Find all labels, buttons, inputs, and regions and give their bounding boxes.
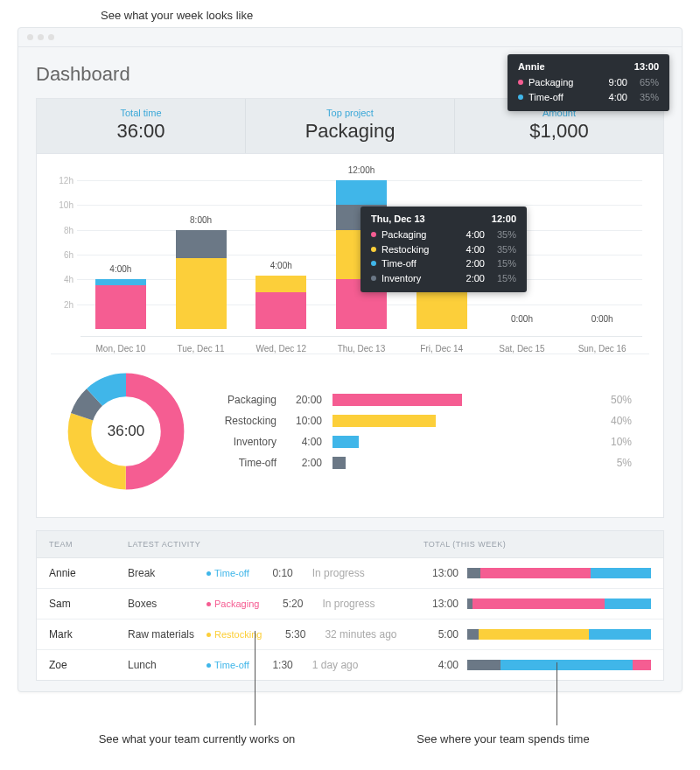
tooltip-series-value: 2:00 <box>453 271 485 286</box>
team-row[interactable]: Annie Break Time-off 0:10 In progress 13… <box>37 558 663 589</box>
bar-value-label: 4:00h <box>270 261 292 270</box>
weekly-bar-chart[interactable]: 2h4h6h8h10h12h4:00h8:00h4:00h12:00h0:00h… <box>51 170 649 354</box>
team-row[interactable]: Sam Boxes Packaging 5:20 In progress 13:… <box>37 589 663 620</box>
breakdown-bar <box>332 394 462 406</box>
bar-segment <box>176 258 227 329</box>
team-total-time: 13:00 <box>424 598 458 610</box>
tooltip-row: Packaging 4:00 35% <box>371 228 516 242</box>
bar-segment <box>336 180 387 205</box>
bar-column[interactable]: 4:00h <box>241 180 321 329</box>
team-table-header: Team Latest activity Total (this week) <box>37 531 663 558</box>
x-axis-label: Sun, Dec 16 <box>562 336 642 354</box>
breakdown-row[interactable]: Time-off 2:00 5% <box>206 457 632 469</box>
bar-column[interactable]: 8:00h <box>161 180 242 329</box>
team-activity-status: In progress <box>322 598 374 610</box>
breakdown-list: Packaging 20:00 50% Restocking 10:00 40%… <box>206 394 635 469</box>
tooltip-series-value: 9:00 <box>596 75 627 90</box>
team-project-name: Time-off <box>214 568 249 578</box>
team-bar-segment <box>500 660 633 670</box>
y-tick: 8h <box>51 225 74 234</box>
th-team: Team <box>49 540 128 549</box>
team-total-bar[interactable] <box>467 568 651 578</box>
breakdown-bar-track <box>332 394 592 406</box>
breakdown-bar-track <box>332 436 592 448</box>
team-project-tag[interactable]: Packaging <box>206 598 259 609</box>
weekly-chart-card: 2h4h6h8h10h12h4:00h8:00h4:00h12:00h0:00h… <box>36 153 664 518</box>
tooltip-series-value: 4:00 <box>453 228 485 242</box>
tooltip-title: Thu, Dec 13 <box>371 214 425 224</box>
annotation-bottom-right: See where your team spends time <box>350 732 656 746</box>
app-window: Dashboard This week ‹ › Total time 36:00 <box>18 27 682 692</box>
breakdown-section: 36:00 Packaging 20:00 50% Restocking 10:… <box>51 354 649 508</box>
breakdown-name: Packaging <box>206 394 276 406</box>
team-task: Lunch <box>128 659 200 671</box>
team-bar-segment <box>591 568 651 578</box>
donut-center-value: 36:00 <box>65 370 187 493</box>
legend-dot-icon <box>518 80 523 85</box>
tooltip-series-name: Time-off <box>528 90 591 105</box>
tooltip-series-pct: 35% <box>633 90 659 105</box>
breakdown-name: Time-off <box>206 457 276 469</box>
bar-value-label: 0:00h <box>592 314 613 324</box>
tooltip-series-pct: 65% <box>633 75 659 90</box>
breakdown-name: Inventory <box>206 436 276 448</box>
legend-dot-icon <box>518 94 523 100</box>
x-axis-label: Thu, Dec 13 <box>321 336 402 354</box>
breakdown-row[interactable]: Restocking 10:00 40% <box>206 415 632 427</box>
th-activity: Latest activity <box>128 540 424 549</box>
team-card: Team Latest activity Total (this week) A… <box>36 530 664 681</box>
team-task: Boxes <box>128 598 200 610</box>
team-total-bar[interactable] <box>467 598 651 609</box>
team-bar-segment <box>633 660 651 670</box>
team-project-name: Time-off <box>214 660 249 670</box>
kpi-total-time[interactable]: Total time 36:00 <box>37 99 246 153</box>
team-project-tag[interactable]: Time-off <box>206 568 249 578</box>
breakdown-pct: 10% <box>602 436 632 448</box>
x-axis-label: Fri, Dec 14 <box>402 336 482 354</box>
tooltip-series-pct: 35% <box>490 242 516 257</box>
breakdown-bar <box>332 457 346 469</box>
team-total-bar[interactable] <box>467 660 651 670</box>
bar-segment <box>95 279 146 285</box>
tooltip-series-name: Packaging <box>382 228 448 242</box>
tooltip-row: Time-off 2:00 15% <box>371 256 516 271</box>
breakdown-name: Restocking <box>206 415 276 427</box>
kpi-label: Total time <box>37 108 245 118</box>
kpi-top-project[interactable]: Top project Packaging <box>246 99 455 153</box>
window-dot <box>38 34 44 40</box>
breakdown-row[interactable]: Packaging 20:00 50% <box>206 394 632 406</box>
donut-chart[interactable]: 36:00 <box>65 370 187 493</box>
breakdown-pct: 40% <box>602 415 632 427</box>
tooltip-series-value: 4:00 <box>596 90 627 105</box>
bar-value-label: 0:00h <box>511 314 533 324</box>
tag-dot-icon <box>206 602 211 606</box>
y-tick: 6h <box>51 250 74 260</box>
team-project-tag[interactable]: Restocking <box>206 629 262 640</box>
team-row[interactable]: Mark Raw materials Restocking 5:30 32 mi… <box>37 620 663 650</box>
tooltip-series-value: 4:00 <box>453 242 485 257</box>
x-axis-label: Wed, Dec 12 <box>241 336 321 354</box>
y-tick: 10h <box>51 200 74 210</box>
bar-segment <box>95 285 146 329</box>
team-activity: Boxes Packaging 5:20 In progress <box>128 598 424 610</box>
team-row[interactable]: Zoe Lunch Time-off 1:30 1 day ago 4:00 <box>37 650 663 680</box>
team-activity-duration: 1:30 <box>263 659 293 671</box>
breakdown-row[interactable]: Inventory 4:00 10% <box>206 436 632 448</box>
kpi-value: $1,000 <box>455 120 663 143</box>
annotation-line <box>556 662 557 725</box>
kpi-label: Top project <box>246 108 454 118</box>
tooltip-row: Packaging 9:00 65% <box>518 75 659 90</box>
bar-column[interactable]: 0:00h <box>562 180 642 329</box>
team-tooltip: Annie 13:00 Packaging 9:00 65% Time-off … <box>508 54 669 111</box>
team-activity: Break Time-off 0:10 In progress <box>128 567 424 579</box>
tag-dot-icon <box>206 633 211 637</box>
bar-column[interactable]: 4:00h <box>80 180 161 329</box>
team-bar-segment <box>479 629 589 640</box>
tooltip-total: 12:00 <box>492 214 516 224</box>
team-activity-status: In progress <box>312 567 365 579</box>
team-project-tag[interactable]: Time-off <box>206 660 249 670</box>
x-axis-label: Tue, Dec 11 <box>161 336 242 354</box>
tag-dot-icon <box>206 571 211 576</box>
team-total-bar[interactable] <box>467 629 651 640</box>
team-member-name: Annie <box>49 567 128 579</box>
